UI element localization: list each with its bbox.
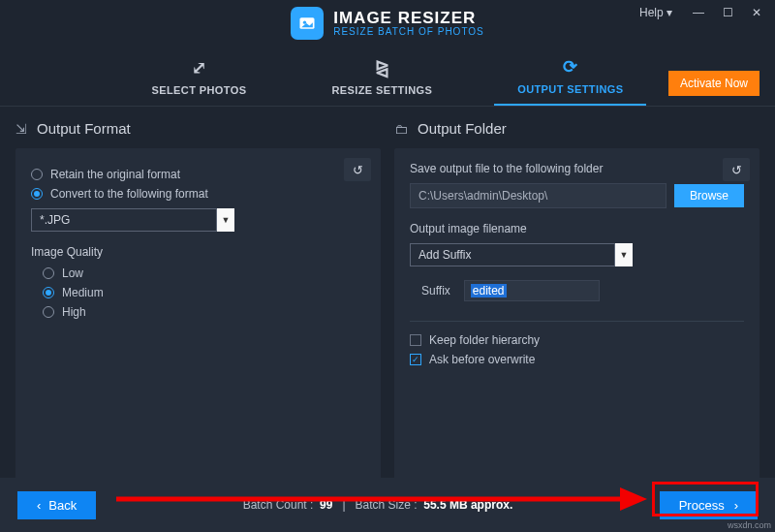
batch-count-label: Batch Count : bbox=[243, 498, 314, 512]
radio-label: Convert to the following format bbox=[50, 187, 208, 201]
batch-size-value: 55.5 MB approx. bbox=[423, 498, 512, 512]
radio-label: Retain the original format bbox=[50, 168, 180, 181]
panel-title: Output Format bbox=[37, 120, 131, 137]
tab-label: RESIZE SETTINGS bbox=[331, 84, 432, 96]
close-button[interactable]: ✕ bbox=[744, 2, 769, 23]
app-logo: IMAGE RESIZER RESIZE BATCH OF PHOTOS bbox=[291, 7, 484, 40]
tab-select-photos[interactable]: ⤢ SELECT PHOTOS bbox=[129, 47, 270, 106]
tab-label: OUTPUT SETTINGS bbox=[517, 83, 623, 95]
save-folder-label: Save output file to the following folder bbox=[410, 162, 744, 175]
checkbox-label: Ask before overwrite bbox=[429, 353, 535, 366]
tab-label: SELECT PHOTOS bbox=[152, 84, 247, 96]
chevron-down-icon[interactable]: ▼ bbox=[217, 208, 234, 232]
export-icon: ⇲ bbox=[16, 121, 27, 137]
window-controls: Help ▾ — ☐ ✕ bbox=[639, 2, 769, 23]
checkbox-label: Keep folder hierarchy bbox=[429, 333, 540, 347]
radio-icon bbox=[31, 169, 43, 180]
app-subtitle: RESIZE BATCH OF PHOTOS bbox=[333, 27, 484, 38]
checkbox-icon bbox=[410, 334, 421, 346]
reset-format-button[interactable]: ↺ bbox=[344, 158, 371, 181]
minimize-button[interactable]: — bbox=[686, 2, 711, 23]
radio-label: Low bbox=[62, 266, 83, 280]
ask-overwrite-checkbox[interactable]: ✓ Ask before overwrite bbox=[410, 353, 744, 366]
app-logo-icon bbox=[291, 7, 324, 40]
quality-medium-radio[interactable]: Medium bbox=[43, 286, 365, 299]
output-format-panel: ⇲ Output Format ↺ Retain the original fo… bbox=[16, 120, 381, 485]
process-label: Process bbox=[679, 498, 725, 513]
expand-icon: ⤢ bbox=[192, 57, 206, 78]
main-area: ⇲ Output Format ↺ Retain the original fo… bbox=[0, 107, 775, 485]
footer-bar: ‹ Back Batch Count : 99 | Batch Size : 5… bbox=[0, 478, 775, 532]
format-select[interactable]: *.JPG ▼ bbox=[31, 208, 234, 232]
divider bbox=[410, 321, 744, 322]
batch-info: Batch Count : 99 | Batch Size : 55.5 MB … bbox=[96, 498, 659, 512]
tab-output-settings[interactable]: ⟳ OUTPUT SETTINGS bbox=[494, 47, 646, 106]
keep-hierarchy-checkbox[interactable]: Keep folder hierarchy bbox=[410, 333, 744, 347]
titlebar: IMAGE RESIZER RESIZE BATCH OF PHOTOS Hel… bbox=[0, 0, 775, 47]
radio-label: High bbox=[62, 305, 86, 319]
quality-label: Image Quality bbox=[31, 245, 365, 259]
mirror-icon: ⧎ bbox=[375, 57, 389, 78]
back-button[interactable]: ‹ Back bbox=[17, 491, 96, 519]
suffix-label: Suffix bbox=[421, 284, 450, 297]
process-button[interactable]: Process › bbox=[660, 491, 758, 519]
reset-folder-button[interactable]: ↺ bbox=[723, 158, 750, 181]
chevron-down-icon[interactable]: ▼ bbox=[615, 243, 633, 266]
radio-label: Medium bbox=[62, 286, 104, 299]
chevron-left-icon: ‹ bbox=[37, 498, 41, 513]
output-folder-panel: 🗀 Output Folder ↺ Save output file to th… bbox=[394, 120, 760, 485]
radio-icon bbox=[43, 287, 54, 298]
radio-icon bbox=[43, 267, 54, 279]
back-label: Back bbox=[48, 498, 77, 513]
tab-bar: ⤢ SELECT PHOTOS ⧎ RESIZE SETTINGS ⟳ OUTP… bbox=[0, 47, 775, 107]
output-path-input[interactable]: C:\Users\admin\Desktop\ bbox=[410, 183, 666, 208]
batch-count-value: 99 bbox=[320, 498, 332, 512]
watermark: wsxdn.com bbox=[728, 520, 771, 530]
browse-button[interactable]: Browse bbox=[674, 184, 744, 207]
radio-icon bbox=[43, 306, 54, 318]
radio-icon bbox=[31, 188, 43, 200]
folder-icon: 🗀 bbox=[394, 121, 408, 137]
batch-size-label: Batch Size : bbox=[356, 498, 418, 512]
activate-button[interactable]: Activate Now bbox=[668, 71, 760, 96]
chevron-right-icon: › bbox=[734, 498, 738, 513]
maximize-button[interactable]: ☐ bbox=[715, 2, 740, 23]
panel-title: Output Folder bbox=[418, 120, 507, 137]
suffix-value: edited bbox=[471, 284, 507, 297]
convert-format-radio[interactable]: Convert to the following format bbox=[31, 187, 365, 201]
filename-label: Output image filename bbox=[410, 222, 744, 235]
app-title: IMAGE RESIZER bbox=[333, 10, 484, 27]
checkbox-icon: ✓ bbox=[410, 354, 421, 365]
format-value: *.JPG bbox=[31, 208, 217, 232]
quality-low-radio[interactable]: Low bbox=[43, 266, 365, 280]
tab-resize-settings[interactable]: ⧎ RESIZE SETTINGS bbox=[308, 47, 455, 106]
svg-point-1 bbox=[303, 21, 306, 24]
filename-mode-select[interactable]: Add Suffix ▼ bbox=[410, 243, 633, 266]
quality-high-radio[interactable]: High bbox=[43, 305, 365, 319]
help-menu[interactable]: Help ▾ bbox=[639, 6, 672, 19]
refresh-icon: ⟳ bbox=[563, 56, 577, 78]
filename-mode-value: Add Suffix bbox=[410, 243, 615, 266]
suffix-input[interactable]: edited bbox=[464, 280, 600, 301]
retain-format-radio[interactable]: Retain the original format bbox=[31, 168, 365, 181]
